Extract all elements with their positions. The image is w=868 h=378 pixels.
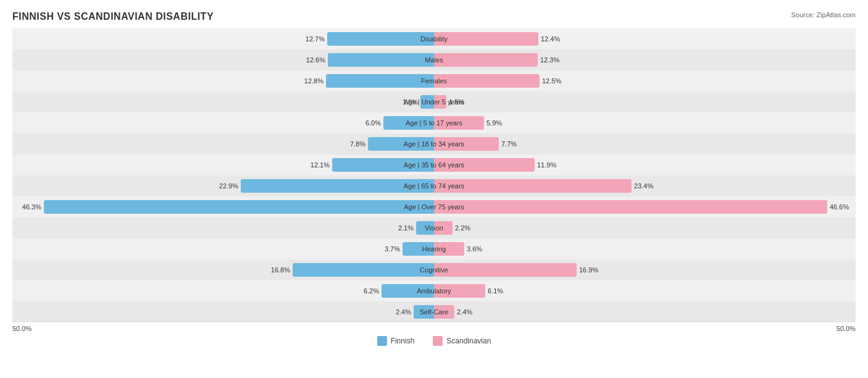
scandinavian-bar xyxy=(434,32,538,46)
table-row: 3.7% 3.6% Hearing xyxy=(12,238,856,259)
center-label: Age | 35 to 64 years xyxy=(404,154,464,175)
table-row: 12.7% 12.4% Disability xyxy=(12,28,856,49)
center-label: Self-Care xyxy=(420,301,448,322)
table-row: 1.6% 1.5% Age | Under 5 years xyxy=(12,91,856,112)
center-label: Age | Under 5 years xyxy=(404,91,464,112)
table-row: 6.0% 5.9% Age | 5 to 17 years xyxy=(12,112,856,133)
scandinavian-label: Scandinavian xyxy=(446,337,491,345)
finnish-bar xyxy=(327,32,434,46)
left-value-label: 12.7% xyxy=(306,35,325,43)
title-row: FINNISH VS SCANDINAVIAN DISABILITY Sourc… xyxy=(12,11,856,22)
bar-container: 6.0% 5.9% Age | 5 to 17 years xyxy=(12,112,856,133)
scandinavian-bar xyxy=(434,263,577,277)
table-row: 7.8% 7.7% Age | 18 to 34 years xyxy=(12,133,856,154)
bar-container: 16.8% 16.9% Cognitive xyxy=(12,259,856,280)
bar-container: 12.8% 12.5% Females xyxy=(12,70,856,91)
legend-finnish: Finnish xyxy=(377,336,415,346)
left-value-label: 2.1% xyxy=(398,224,414,232)
right-value-label: 3.6% xyxy=(467,245,482,253)
legend-scandinavian: Scandinavian xyxy=(433,336,491,346)
bar-container: 1.6% 1.5% Age | Under 5 years xyxy=(12,91,856,112)
right-value-label: 12.5% xyxy=(542,77,561,85)
legend-row: Finnish Scandinavian xyxy=(12,336,856,346)
center-label: Age | Over 75 years xyxy=(404,196,464,217)
center-label: Disability xyxy=(420,28,448,49)
table-row: 2.1% 2.2% Vision xyxy=(12,217,856,238)
left-value-label: 6.0% xyxy=(365,119,381,127)
table-row: 12.8% 12.5% Females xyxy=(12,70,856,91)
chart-title: FINNISH VS SCANDINAVIAN DISABILITY xyxy=(12,11,214,22)
finnish-color-box xyxy=(377,336,387,346)
table-row: 12.1% 11.9% Age | 35 to 64 years xyxy=(12,154,856,175)
bar-container: 22.9% 23.4% Age | 65 to 74 years xyxy=(12,175,856,196)
center-label: Vision xyxy=(425,217,443,238)
left-value-label: 12.8% xyxy=(304,77,323,85)
left-value-label: 16.8% xyxy=(271,266,290,274)
finnish-label: Finnish xyxy=(391,337,415,345)
rows-wrapper: 12.7% 12.4% Disability 12.6% 12.3% xyxy=(12,28,856,322)
left-value-label: 6.2% xyxy=(364,287,379,295)
center-label: Hearing xyxy=(422,238,446,259)
right-value-label: 2.4% xyxy=(457,308,472,316)
right-value-label: 23.4% xyxy=(634,182,653,190)
table-row: 12.6% 12.3% Males xyxy=(12,49,856,70)
center-label: Females xyxy=(421,70,447,91)
finnish-bar xyxy=(293,263,434,277)
center-label: Cognitive xyxy=(420,259,448,280)
left-value-label: 12.1% xyxy=(311,161,330,169)
left-value-label: 3.7% xyxy=(385,245,400,253)
bar-container: 3.7% 3.6% Hearing xyxy=(12,238,856,259)
bar-container: 12.7% 12.4% Disability xyxy=(12,28,856,49)
table-row: 46.3% 46.6% Age | Over 75 years xyxy=(12,196,856,217)
center-label: Males xyxy=(425,49,443,70)
finnish-bar xyxy=(44,200,434,214)
axis-right: 50.0% xyxy=(837,325,856,332)
left-value-label: 22.9% xyxy=(219,182,238,190)
right-value-label: 5.9% xyxy=(486,119,502,127)
bar-container: 46.3% 46.6% Age | Over 75 years xyxy=(12,196,856,217)
right-value-label: 11.9% xyxy=(537,161,556,169)
right-value-label: 12.4% xyxy=(541,35,560,43)
center-label: Age | 5 to 17 years xyxy=(406,112,462,133)
right-value-label: 6.1% xyxy=(488,287,503,295)
scandinavian-bar xyxy=(434,74,540,88)
table-row: 22.9% 23.4% Age | 65 to 74 years xyxy=(12,175,856,196)
bar-container: 6.2% 6.1% Ambulatory xyxy=(12,280,856,301)
table-row: 16.8% 16.9% Cognitive xyxy=(12,259,856,280)
right-value-label: 46.6% xyxy=(830,203,849,211)
right-value-label: 16.9% xyxy=(579,266,598,274)
left-value-label: 12.6% xyxy=(306,56,325,64)
scandinavian-color-box xyxy=(433,336,443,346)
table-row: 2.4% 2.4% Self-Care xyxy=(12,301,856,322)
table-row: 6.2% 6.1% Ambulatory xyxy=(12,280,856,301)
bar-container: 12.6% 12.3% Males xyxy=(12,49,856,70)
right-value-label: 2.2% xyxy=(455,224,470,232)
left-value-label: 7.8% xyxy=(350,140,365,148)
left-value-label: 46.3% xyxy=(22,203,41,211)
right-value-label: 12.3% xyxy=(540,56,559,64)
center-label: Ambulatory xyxy=(417,280,451,301)
center-label: Age | 18 to 34 years xyxy=(404,133,464,154)
finnish-bar xyxy=(326,74,434,88)
finnish-bar xyxy=(328,53,434,67)
axis-row: 50.0% 50.0% xyxy=(12,325,856,332)
bar-container: 2.1% 2.2% Vision xyxy=(12,217,856,238)
bar-container: 12.1% 11.9% Age | 35 to 64 years xyxy=(12,154,856,175)
bar-container: 2.4% 2.4% Self-Care xyxy=(12,301,856,322)
chart-container: FINNISH VS SCANDINAVIAN DISABILITY Sourc… xyxy=(0,0,868,378)
center-label: Age | 65 to 74 years xyxy=(404,175,464,196)
scandinavian-bar xyxy=(434,200,827,214)
right-value-label: 7.7% xyxy=(501,140,517,148)
axis-left: 50.0% xyxy=(12,325,31,332)
left-value-label: 2.4% xyxy=(396,308,411,316)
bar-container: 7.8% 7.7% Age | 18 to 34 years xyxy=(12,133,856,154)
source-text: Source: ZipAtlas.com xyxy=(791,11,856,19)
scandinavian-bar xyxy=(434,53,538,67)
